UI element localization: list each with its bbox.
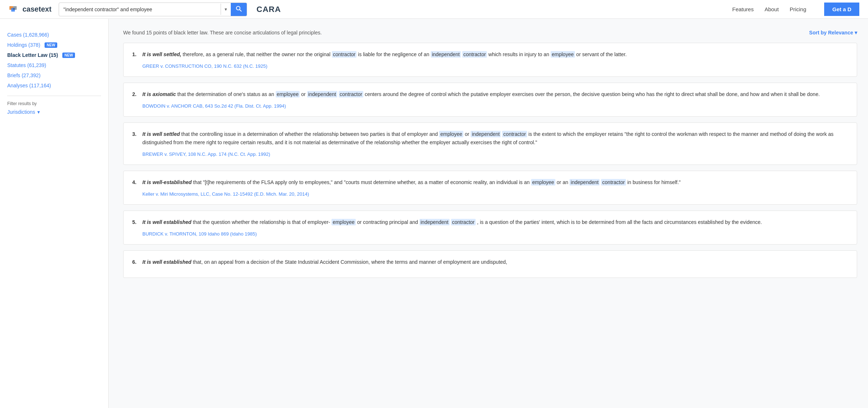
result-row-2: 2. It is axiomatic that the determinatio… [132,90,848,109]
header: casetext ▾ CARA Features About Pricing G… [0,0,868,19]
results-header: We found 15 points of black letter law. … [123,30,857,36]
result-number-6: 6. [132,259,137,265]
highlight-contractor-3: contractor [339,91,363,97]
highlight-contractor-4: contractor [502,131,527,137]
case-link-4[interactable]: Keller v. Miri Microsystems, LLC, Case N… [142,191,309,197]
highlight-contractor-2: contractor [462,51,487,58]
result-text-1: It is well settled, therefore, as a gene… [142,50,848,59]
result-text-5: It is well established that the question… [142,218,848,227]
result-card-5: 5. It is well established that the quest… [123,211,857,245]
highlight-employee-2: employee [276,91,300,97]
sidebar-item-analyses-label: Analyses (117,164) [7,83,51,88]
result-intro-1: It is well settled, [142,51,181,57]
search-dropdown-button[interactable]: ▾ [221,4,231,15]
result-number-5: 5. [132,219,137,225]
filter-label: Filter results by [7,101,101,106]
sidebar-item-cases[interactable]: Cases (1,628,966) [7,30,101,40]
logo-text: casetext [22,5,51,13]
result-row-5: 5. It is well established that the quest… [132,218,848,237]
search-icon [236,6,242,12]
svg-rect-2 [13,6,17,10]
result-card-2: 2. It is axiomatic that the determinatio… [123,83,857,117]
search-bar: ▾ [59,3,247,16]
result-card-6: 6. It is well established that, on an ap… [123,250,857,278]
page-body: Cases (1,628,966) Holdings (378) NEW Bla… [0,19,868,408]
result-text-3: It is well settled that the controlling … [142,130,848,147]
sort-by-label: Sort by Relevance [809,30,853,36]
case-link-5[interactable]: BURDICK v. THORNTON, 109 Idaho 869 (Idah… [142,231,257,237]
result-number-1: 1. [132,51,137,57]
sidebar-item-bll-label: Black Letter Law (15) [7,52,58,58]
result-number-2: 2. [132,91,137,97]
result-intro-4: It is well-established [142,179,192,185]
result-intro-6: It is well established [142,259,191,265]
sort-by-chevron-icon: ▾ [855,30,857,36]
sidebar-item-statutes-label: Statutes (61,239) [7,62,46,68]
result-card-3: 3. It is well settled that the controlli… [123,122,857,165]
sidebar-item-cases-label: Cases (1,628,966) [7,32,49,38]
result-intro-5: It is well established [142,219,191,225]
main-content: We found 15 points of black letter law. … [109,19,868,408]
search-input[interactable] [59,4,221,15]
sidebar-item-holdings-label: Holdings (378) [7,42,40,48]
logo-icon [9,4,20,15]
nav-links: Features About Pricing Get a D [732,3,859,16]
result-row-4: 4. It is well-established that "[t]he re… [132,178,848,197]
result-row-6: 6. It is well established that, on an ap… [132,258,848,270]
highlight-employee-3: employee [439,131,463,137]
sidebar-item-briefs[interactable]: Briefs (27,392) [7,70,101,80]
highlight-contractor-5: contractor [601,179,626,186]
sort-by-button[interactable]: Sort by Relevance ▾ [809,30,857,36]
result-text-2: It is axiomatic that the determination o… [142,90,848,99]
sidebar-divider [7,96,101,96]
result-row-3: 3. It is well settled that the controlli… [132,130,848,158]
result-text-4: It is well-established that "[t]he requi… [142,178,848,187]
case-link-2[interactable]: BOWDOIN v. ANCHOR CAB, 643 So.2d 42 (Fla… [142,103,286,109]
highlight-independent-5: independent [420,219,450,225]
sidebar-item-briefs-label: Briefs (27,392) [7,72,41,78]
results-summary: We found 15 points of black letter law. … [123,30,322,36]
result-intro-2: It is axiomatic [142,91,176,97]
logo[interactable]: casetext [9,4,51,15]
search-submit-button[interactable] [231,3,247,16]
highlight-independent-1: independent [431,51,461,58]
highlight-employee-5: employee [331,219,356,225]
result-intro-3: It is well settled [142,131,180,137]
result-text-6: It is well established that, on an appea… [142,258,848,267]
bll-new-badge: NEW [62,53,75,58]
jurisdictions-chevron-icon: ▾ [37,109,40,115]
result-card-4: 4. It is well-established that "[t]he re… [123,171,857,205]
jurisdictions-label: Jurisdictions [7,109,35,115]
result-row-1: 1. It is well settled, therefore, as a g… [132,50,848,69]
highlight-contractor-6: contractor [451,219,476,225]
highlight-independent-2: independent [307,91,337,97]
result-card: 1. It is well settled, therefore, as a g… [123,43,857,77]
features-link[interactable]: Features [732,6,754,12]
highlight-independent-3: independent [471,131,501,137]
sidebar-nav: Cases (1,628,966) Holdings (378) NEW Bla… [7,30,101,91]
holdings-new-badge: NEW [45,42,57,48]
result-number-4: 4. [132,179,137,185]
highlight-independent-4: independent [569,179,600,186]
svg-line-4 [240,9,242,11]
about-link[interactable]: About [764,6,779,12]
cara-label: CARA [256,5,281,14]
case-link-1[interactable]: GREER v. CONSTRUCTION CO, 190 N.C. 632 (… [142,63,267,69]
pricing-link[interactable]: Pricing [790,6,806,12]
sidebar-item-statutes[interactable]: Statutes (61,239) [7,60,101,70]
jurisdiction-filter[interactable]: Jurisdictions ▾ [7,109,101,115]
sidebar-item-analyses[interactable]: Analyses (117,164) [7,80,101,91]
result-number-3: 3. [132,131,137,137]
highlight-contractor-1: contractor [332,51,356,58]
case-link-3[interactable]: BREWER v. SPIVEY, 108 N.C. App. 174 (N.C… [142,151,270,157]
highlight-employee-1: employee [551,51,575,58]
sidebar: Cases (1,628,966) Holdings (378) NEW Bla… [0,19,109,408]
sidebar-item-holdings[interactable]: Holdings (378) NEW [7,40,101,50]
get-demo-button[interactable]: Get a D [824,3,859,16]
sidebar-item-black-letter-law[interactable]: Black Letter Law (15) NEW [7,50,101,60]
highlight-employee-4: employee [531,179,555,186]
